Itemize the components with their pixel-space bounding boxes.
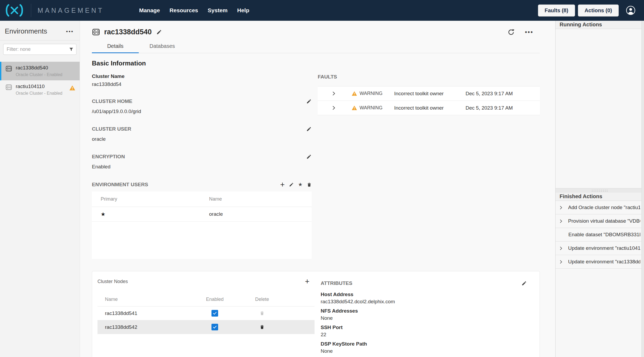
environment-list-item[interactable]: rac1338dd540 Oracle Cluster - Enabled xyxy=(0,62,80,80)
user-profile-icon[interactable] xyxy=(626,6,635,15)
attributes-section: ATTRIBUTES Host Address rac1338dd542.dco… xyxy=(318,271,540,357)
tab-databases[interactable]: Databases xyxy=(139,43,186,53)
action-label: Update environment "ractiu104110". xyxy=(568,245,640,251)
nfs-addresses-value: None xyxy=(321,315,527,321)
filter-funnel-icon[interactable] xyxy=(69,47,74,52)
add-cluster-node-icon[interactable]: + xyxy=(305,278,309,285)
encryption-value: Enabled xyxy=(92,164,312,170)
refresh-icon[interactable] xyxy=(507,28,515,36)
delete-user-icon[interactable] xyxy=(307,182,312,187)
expand-chevron-icon[interactable] xyxy=(559,219,563,223)
table-row[interactable]: ★ oracle xyxy=(92,207,312,222)
action-label: Enable dataset "DBOMSRB331B3". xyxy=(568,232,640,238)
edit-user-icon[interactable] xyxy=(289,182,294,187)
fault-title: Incorrect toolkit owner xyxy=(394,91,466,97)
ssh-port-value: 22 xyxy=(321,332,527,338)
dsp-keystore-path-value: None xyxy=(321,348,527,354)
node-name: rac1338dd541 xyxy=(105,310,193,316)
environment-icon xyxy=(92,28,100,36)
fault-row[interactable]: WARNING Incorrect toolkit owner Dec 5, 2… xyxy=(318,101,540,115)
sidebar-menu-icon[interactable]: ••• xyxy=(66,28,74,34)
enabled-checkbox[interactable] xyxy=(211,310,218,317)
add-user-icon[interactable]: + xyxy=(280,181,285,188)
expand-chevron-icon[interactable] xyxy=(332,106,336,110)
expand-chevron-icon[interactable] xyxy=(559,206,563,210)
environment-list-item[interactable]: ractiu104110 Oracle Cluster - Enabled xyxy=(0,80,80,99)
environment-users-table: Primary Name ★ oracle xyxy=(92,192,312,259)
running-actions-list xyxy=(556,29,644,188)
vertical-scrollbar[interactable] xyxy=(641,21,644,357)
finished-action-item[interactable]: Update environment "rac1338dd54… xyxy=(556,255,644,269)
dsp-keystore-path-label: DSP KeyStore Path xyxy=(321,341,527,347)
environment-detail-panel: rac1338dd540 ••• Details Databases Basic… xyxy=(80,21,555,357)
action-label: Provision virtual database "VDBO_… xyxy=(568,218,640,224)
column-header-name: Name xyxy=(209,196,312,202)
nav-item-resources[interactable]: Resources xyxy=(169,7,198,14)
environment-icon xyxy=(5,84,12,91)
nfs-addresses-label: NFS Addresses xyxy=(321,308,527,314)
primary-star-icon: ★ xyxy=(101,211,209,217)
table-row[interactable]: rac1338dd541 xyxy=(97,306,315,320)
nav-item-help[interactable]: Help xyxy=(237,7,249,14)
user-name: oracle xyxy=(209,211,312,217)
nav-item-system[interactable]: System xyxy=(208,7,228,14)
panel-splitter[interactable] xyxy=(556,188,644,193)
edit-attributes-icon[interactable] xyxy=(521,281,527,286)
set-primary-user-icon[interactable]: ★ xyxy=(298,182,303,187)
edit-cluster-user-icon[interactable] xyxy=(306,126,312,132)
edit-title-icon[interactable] xyxy=(156,29,162,35)
main-menu: Manage Resources System Help xyxy=(139,7,249,14)
warning-icon xyxy=(352,91,357,96)
fault-title: Incorrect toolkit owner xyxy=(394,105,466,111)
expand-chevron-icon[interactable] xyxy=(559,246,563,250)
running-actions-header: Running Actions xyxy=(556,21,644,29)
expand-chevron-icon[interactable] xyxy=(332,91,336,96)
fault-severity: WARNING xyxy=(360,105,382,111)
page-title: rac1338dd540 xyxy=(104,28,152,36)
fault-date: Dec 5, 2023 9:17 AM xyxy=(466,105,540,111)
cluster-home-label: CLUSTER HOME xyxy=(92,98,132,104)
faults-column: FAULTS WARNING Incorrect toolkit owner D… xyxy=(318,60,540,259)
finished-action-item[interactable]: Provision virtual database "VDBO_… xyxy=(556,214,644,228)
finished-action-item[interactable]: Add Oracle cluster node "ractiu104… xyxy=(556,201,644,214)
fault-date: Dec 5, 2023 9:17 AM xyxy=(466,91,540,97)
expand-chevron-icon[interactable] xyxy=(559,260,563,264)
delphix-logo-icon xyxy=(4,4,25,17)
cluster-nodes-table: Name Enabled Delete rac1338dd541 rac1338… xyxy=(97,293,315,334)
warning-icon xyxy=(69,85,75,91)
nav-item-manage[interactable]: Manage xyxy=(139,7,160,14)
finished-actions-list: Add Oracle cluster node "ractiu104… Prov… xyxy=(556,201,644,269)
action-label: Add Oracle cluster node "ractiu104… xyxy=(568,205,640,210)
edit-cluster-home-icon[interactable] xyxy=(306,99,312,104)
page-menu-icon[interactable]: ••• xyxy=(525,29,533,36)
finished-action-item[interactable]: Update environment "ractiu104110". xyxy=(556,242,644,255)
cluster-user-value: oracle xyxy=(92,136,312,142)
table-row[interactable]: rac1338dd542 xyxy=(97,320,315,334)
faults-table: WARNING Incorrect toolkit owner Dec 5, 2… xyxy=(318,86,540,115)
nav-divider xyxy=(31,4,31,17)
delete-node-icon[interactable] xyxy=(260,325,264,330)
ssh-port-label: SSH Port xyxy=(321,325,527,330)
column-header-name: Name xyxy=(105,297,193,302)
fault-row[interactable]: WARNING Incorrect toolkit owner Dec 5, 2… xyxy=(318,86,540,101)
environment-filter-input[interactable] xyxy=(3,44,76,55)
cluster-home-value: /u01/app/19.0.0.0/grid xyxy=(92,109,312,114)
enabled-checkbox[interactable] xyxy=(211,324,218,330)
environment-list: rac1338dd540 Oracle Cluster - Enabled ra… xyxy=(0,62,80,99)
environment-type: Oracle Cluster - Enabled xyxy=(16,91,62,96)
actions-panel: Running Actions Finished Actions Add Ora… xyxy=(555,21,644,357)
finished-action-item[interactable]: Enable dataset "DBOMSRB331B3". xyxy=(556,228,644,242)
encryption-label: ENCRYPTION xyxy=(92,154,125,160)
cluster-name-value: rac1338dd54 xyxy=(92,81,312,87)
brand-title: MANAGEMENT xyxy=(38,7,104,14)
faults-button[interactable]: Faults (8) xyxy=(538,5,575,16)
cluster-nodes-label: Cluster Nodes xyxy=(97,279,128,284)
environment-type: Oracle Cluster - Enabled xyxy=(16,72,62,77)
tab-details[interactable]: Details xyxy=(92,43,139,53)
actions-button[interactable]: Actions (0) xyxy=(578,5,619,16)
warning-icon xyxy=(352,105,357,110)
host-address-label: Host Address xyxy=(321,292,527,297)
cluster-nodes-card: Cluster Nodes + Name Enabled Delete rac1… xyxy=(92,271,540,357)
edit-encryption-icon[interactable] xyxy=(306,154,312,159)
sidebar-divider xyxy=(0,40,80,40)
